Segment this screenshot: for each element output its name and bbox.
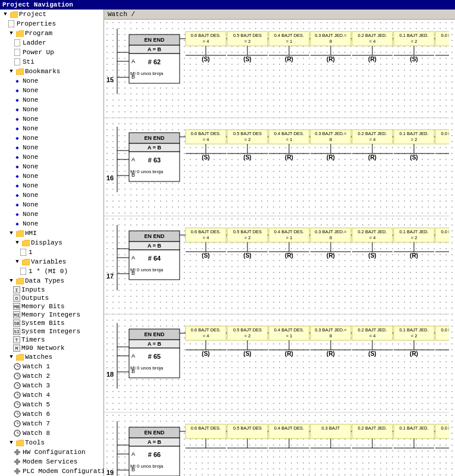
ladder-content-area[interactable]: Watch / 15EN ENDA = B# 62AMI 0 unos broj…	[104, 10, 455, 476]
folder-icon	[21, 239, 30, 247]
sidebar-item-systembits[interactable]: SBSystem Bits	[0, 319, 103, 327]
svg-text:0.1 BAJT JED.: 0.1 BAJT JED.	[399, 229, 428, 234]
sidebar-item-none14[interactable]: ◆None	[0, 200, 103, 209]
svg-text:A = B: A = B	[148, 439, 161, 445]
network-18: 18EN ENDA = B# 65AMI 0 unos brojaB0.6 BA…	[104, 323, 449, 412]
sidebar-item-watch4[interactable]: Watch 4	[0, 390, 103, 400]
svg-text:= 2: = 2	[244, 39, 251, 44]
folder-icon	[15, 353, 24, 361]
svg-text:(R): (R)	[285, 252, 293, 259]
svg-text:B: B	[131, 368, 135, 374]
sidebar-item-none5[interactable]: ◆None	[0, 114, 103, 124]
bookmark-icon: ◆	[13, 220, 21, 228]
sidebar-item-program[interactable]: ▼Program	[0, 29, 103, 38]
file-icon	[19, 248, 27, 256]
sidebar-item-modemservices[interactable]: Modem Services	[0, 457, 103, 466]
svg-text:(R): (R)	[327, 56, 335, 62]
sidebar-item-variables[interactable]: ▼Variables	[0, 257, 103, 267]
svg-rect-5	[20, 268, 26, 275]
svg-rect-33	[16, 459, 18, 465]
sidebar-item-none1[interactable]: ◆None	[0, 76, 103, 86]
sidebar-item-displays[interactable]: ▼Displays	[0, 238, 103, 248]
sidebar-item-properties[interactable]: Properties	[0, 19, 103, 29]
sidebar-item-watch1[interactable]: Watch 1	[0, 362, 103, 371]
sidebar-item-none6[interactable]: ◆None	[0, 124, 103, 133]
sidebar-item-watch3[interactable]: Watch 3	[0, 381, 103, 390]
sidebar-label: Variables	[31, 258, 66, 265]
expanded-arrow-icon[interactable]: ▼	[7, 67, 15, 76]
bookmark-icon: ◆	[13, 115, 21, 123]
svg-text:0.6 BAJT DES.: 0.6 BAJT DES.	[191, 131, 221, 136]
sidebar-label: None	[23, 115, 38, 123]
expanded-arrow-icon[interactable]: ▼	[7, 277, 15, 285]
sidebar-item-systemintegers[interactable]: SISystem Integers	[0, 327, 103, 336]
svg-rect-3	[14, 58, 20, 65]
sidebar-item-datatypes[interactable]: ▼Data Types	[0, 276, 103, 286]
sidebar-item-timers[interactable]: TTimers	[0, 336, 103, 344]
sidebar-item-watch7[interactable]: Watch 7	[0, 419, 103, 428]
sidebar-item-none12[interactable]: ◆None	[0, 181, 103, 190]
svg-text:B: B	[131, 270, 135, 276]
bookmark-icon: ◆	[13, 143, 21, 152]
svg-text:0.3 BAJT JED.=: 0.3 BAJT JED.=	[315, 327, 347, 333]
sidebar-label: HW Configuration	[23, 449, 86, 456]
sidebar-item-watch2[interactable]: Watch 2	[0, 371, 103, 381]
sidebar-item-outputs[interactable]: OOutputs	[0, 294, 103, 302]
sidebar-item-memorybits[interactable]: MBMemory Bits	[0, 302, 103, 311]
sidebar-item-watch5[interactable]: Watch 5	[0, 400, 103, 409]
sidebar-item-none15[interactable]: ◆None	[0, 209, 103, 219]
expanded-arrow-icon[interactable]: ▼	[7, 229, 15, 237]
sidebar-item-m90network[interactable]: MM90 Network	[0, 344, 103, 352]
sidebar-label: None	[23, 144, 38, 151]
svg-text:0.2 BAJT JED.: 0.2 BAJT JED.	[357, 327, 387, 333]
svg-text:= 1: = 1	[286, 333, 293, 339]
sidebar-item-watch6[interactable]: Watch 6	[0, 409, 103, 419]
sidebar-item-mi0[interactable]: 1 * (MI 0)	[0, 267, 103, 276]
expanded-arrow-icon[interactable]: ▼	[7, 439, 15, 447]
sidebar-item-none7[interactable]: ◆None	[0, 133, 103, 143]
svg-text:8: 8	[330, 137, 332, 142]
sidebar-item-watch8[interactable]: Watch 8	[0, 428, 103, 438]
sidebar-item-none11[interactable]: ◆None	[0, 171, 103, 181]
svg-text:= 2: = 2	[411, 235, 418, 240]
sidebar-item-none10[interactable]: ◆None	[0, 162, 103, 171]
sidebar-item-none3[interactable]: ◆None	[0, 95, 103, 105]
project-navigation-sidebar[interactable]: ▼ProjectProperties▼ProgramLadderPower Up…	[0, 10, 104, 476]
sidebar-item-none16[interactable]: ◆None	[0, 219, 103, 228]
svg-text:# 66: # 66	[148, 451, 161, 458]
sidebar-item-tools[interactable]: ▼Tools	[0, 438, 103, 447]
sidebar-item-none2[interactable]: ◆None	[0, 86, 103, 95]
watch-icon	[13, 372, 21, 380]
sidebar-item-none8[interactable]: ◆None	[0, 143, 103, 152]
expanded-arrow-icon[interactable]: ▼	[13, 258, 21, 266]
sidebar-label: Sti	[23, 58, 34, 65]
svg-text:EN  END: EN END	[144, 430, 165, 436]
sidebar-item-watches[interactable]: ▼Watches	[0, 352, 103, 362]
sidebar-item-plcmodem[interactable]: PLC Modem Configuration	[0, 466, 103, 476]
sidebar-item-project[interactable]: ▼Project	[0, 10, 103, 19]
sidebar-item-ladder[interactable]: Ladder	[0, 38, 103, 48]
sidebar-item-powerup[interactable]: Power Up	[0, 48, 103, 57]
title-text: Project Navigation	[2, 1, 73, 8]
sidebar-item-sti[interactable]: Sti	[0, 57, 103, 67]
bookmark-icon: ◆	[13, 96, 21, 104]
sidebar-item-hwconfig[interactable]: HW Configuration	[0, 447, 103, 457]
sidebar-item-main1[interactable]: 1	[0, 248, 103, 257]
sidebar-item-bookmarks[interactable]: ▼Bookmarks	[0, 67, 103, 76]
sidebar-item-none9[interactable]: ◆None	[0, 152, 103, 162]
sidebar-item-none13[interactable]: ◆None	[0, 190, 103, 200]
expanded-arrow-icon[interactable]: ▼	[13, 239, 21, 247]
sidebar-item-inputs[interactable]: IInputs	[0, 286, 103, 294]
sidebar-item-none4[interactable]: ◆None	[0, 105, 103, 114]
file-icon	[13, 48, 21, 57]
svg-text:= 2: = 2	[244, 333, 251, 339]
expanded-arrow-icon[interactable]: ▼	[1, 10, 10, 18]
sidebar-item-memoryintegers[interactable]: MIMemory Integers	[0, 311, 103, 319]
expanded-arrow-icon[interactable]: ▼	[7, 353, 15, 361]
sidebar-item-hmi[interactable]: ▼HMI	[0, 228, 103, 238]
svg-text:(R): (R)	[410, 350, 418, 357]
svg-text:A = B: A = B	[148, 243, 161, 249]
dtype-icon: SB	[13, 320, 20, 327]
svg-text:MI 0 unos broja: MI 0 unos broja	[130, 71, 164, 76]
expanded-arrow-icon[interactable]: ▼	[7, 29, 15, 37]
